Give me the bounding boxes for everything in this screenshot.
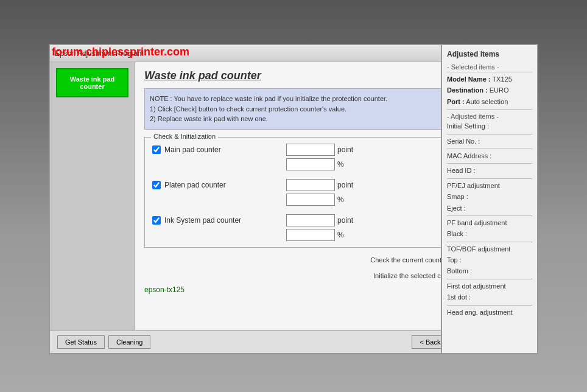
bottom-item: Bottom :	[447, 267, 532, 276]
first-dot-1-label: 1st dot :	[447, 293, 471, 301]
top-label: Top :	[447, 256, 462, 264]
platen-pad-label: Platen pad counter	[164, 181, 286, 189]
platen-pad-point-input[interactable]	[286, 179, 335, 191]
head-ang-label: Head ang. adjustment	[447, 309, 513, 316]
cleaning-button[interactable]: Cleaning	[108, 335, 150, 349]
ink-system-pad-percent-unit: %	[337, 231, 344, 239]
head-id-label: Head ID :	[447, 167, 475, 174]
eject-item: Eject :	[447, 204, 532, 213]
destination-label: Destination :	[447, 86, 488, 94]
smap-label: Smap :	[447, 193, 468, 200]
smap-item: Smap :	[447, 192, 532, 201]
mac-address-item: MAC Address :	[447, 152, 532, 161]
platen-pad-checkbox[interactable]	[152, 181, 161, 189]
watermark: forum.chiplessprinter.com	[52, 46, 189, 58]
initial-setting-label: Initial Setting :	[447, 122, 489, 130]
check-group-legend: Check & Initialization	[151, 133, 218, 140]
main-pad-point-unit: point	[337, 145, 353, 154]
tof-bof-label: TOF/BOF adjustment	[447, 245, 510, 253]
pf-band-item: PF band adjustment	[447, 219, 532, 228]
black-item: Black :	[447, 229, 532, 239]
port-value: Auto selection	[466, 98, 508, 105]
bottom-label: Bottom :	[447, 267, 472, 275]
sidebar-item-waste-ink[interactable]: Waste ink pad counter	[56, 68, 128, 97]
sidebar: Waste ink pad counter	[50, 62, 135, 330]
model-name-item: Model Name : TX125	[447, 75, 532, 84]
model-name-value: TX125	[492, 75, 511, 83]
main-pad-checkbox[interactable]	[152, 145, 161, 154]
ink-system-pad-percent-input[interactable]	[286, 229, 335, 241]
note-text: NOTE : You have to replace waste ink pad…	[150, 95, 387, 122]
pf-ej-label: PF/EJ adjustment	[447, 182, 500, 189]
port-item: Port : Auto selection	[447, 97, 532, 107]
ink-system-pad-point-input[interactable]	[286, 214, 335, 226]
top-item: Top :	[447, 256, 532, 265]
initial-setting-item: Initial Setting :	[447, 122, 532, 131]
tof-bof-item: TOF/BOF adjustment	[447, 245, 532, 254]
right-panel-title: Adjusted items	[447, 50, 532, 58]
port-label: Port :	[447, 98, 465, 105]
serial-no-item: Serial No. :	[447, 137, 532, 146]
main-pad-percent-unit: %	[337, 160, 344, 169]
selected-items-header: - Selected items -	[447, 63, 532, 72]
head-id-item: Head ID :	[447, 166, 532, 175]
adjusted-items-header: - Adjusted items -	[447, 113, 532, 120]
serial-no-label: Serial No. :	[447, 138, 480, 145]
ink-system-pad-label: Ink System pad counter	[164, 216, 286, 225]
platen-pad-point-unit: point	[337, 181, 353, 189]
platen-pad-percent-input[interactable]	[286, 194, 335, 206]
eject-label: Eject :	[447, 205, 466, 212]
main-pad-point-input[interactable]	[286, 144, 335, 156]
right-panel: Adjusted items - Selected items - Model …	[441, 44, 538, 354]
ink-system-pad-point-unit: point	[337, 216, 353, 225]
mac-address-label: MAC Address :	[447, 152, 491, 159]
destination-value: EURO	[490, 86, 509, 94]
get-status-button[interactable]: Get Status	[57, 335, 105, 349]
first-dot-item: First dot adjustment	[447, 282, 532, 291]
ink-system-pad-checkbox[interactable]	[152, 216, 161, 225]
black-label: Black :	[447, 230, 467, 237]
pf-band-label: PF band adjustment	[447, 219, 507, 226]
model-name-label: Model Name :	[447, 75, 491, 83]
main-pad-percent-input[interactable]	[286, 158, 335, 170]
platen-pad-percent-unit: %	[337, 195, 344, 204]
destination-item: Destination : EURO	[447, 86, 532, 95]
first-dot-label: First dot adjustment	[447, 282, 506, 290]
first-dot-1-item: 1st dot :	[447, 293, 532, 302]
pf-ej-item: PF/EJ adjustment	[447, 181, 532, 191]
main-pad-label: Main pad counter	[164, 145, 286, 154]
head-ang-item: Head ang. adjustment	[447, 308, 532, 317]
